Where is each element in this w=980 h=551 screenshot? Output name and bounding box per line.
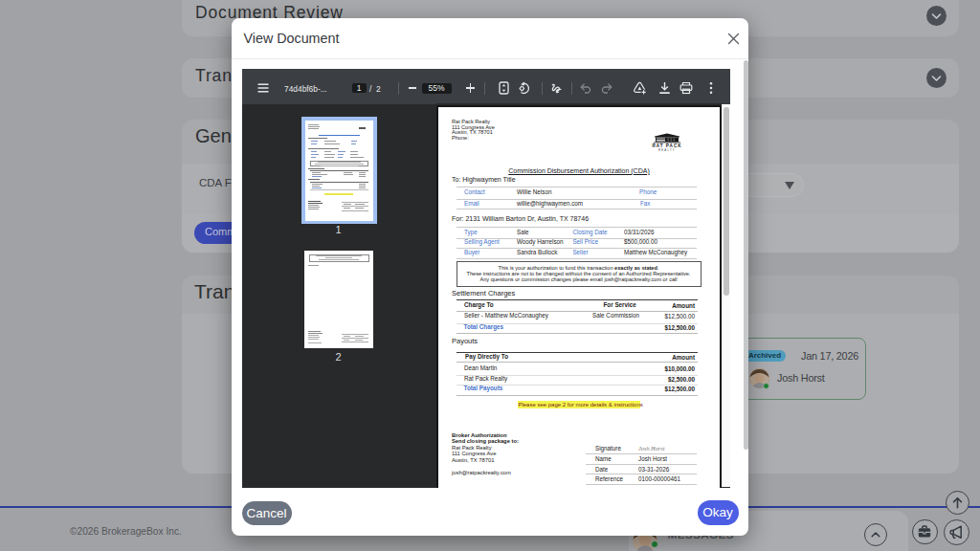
svg-text:REALTY: REALTY bbox=[658, 148, 676, 151]
